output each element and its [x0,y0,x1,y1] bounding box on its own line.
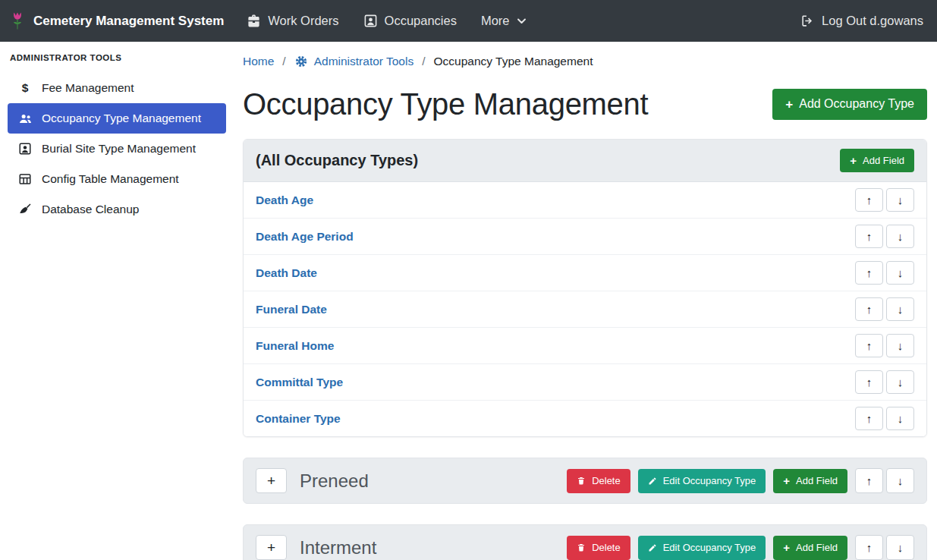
sidebar-item-burial-site-type-management[interactable]: Burial Site Type Management [8,134,226,164]
move-up-button[interactable]: ↑ [855,334,883,357]
move-down-button[interactable]: ↓ [886,225,914,248]
add-occupancy-type-button[interactable]: + Add Occupancy Type [772,89,927,120]
delete-button[interactable]: Delete [567,536,630,560]
arrow-up-icon: ↑ [866,475,873,486]
field-link-death-age-period[interactable]: Death Age Period [256,230,354,244]
nav-more[interactable]: More [481,14,527,28]
sidebar-item-config-table-management[interactable]: Config Table Management [8,164,226,194]
move-up-button[interactable]: ↑ [855,468,883,493]
field-link-funeral-date[interactable]: Funeral Date [256,303,327,316]
field-row: Death Age Period ↑ ↓ [244,218,926,254]
sidebar-item-fee-management[interactable]: $ Fee Management [8,73,226,103]
brand-label: Cemetery Management System [33,14,224,29]
field-row: Death Date ↑ ↓ [244,254,926,291]
trash-icon [577,476,586,486]
plus-icon: + [783,475,790,486]
field-row: Death Age ↑ ↓ [244,182,926,218]
logout-label: Log Out d.gowans [822,14,923,28]
card-title: (All Occupancy Types) [256,152,418,169]
sidebar-item-label: Fee Management [42,81,134,95]
plus-icon: + [850,155,857,166]
arrow-up-icon: ↑ [866,376,873,388]
reorder-buttons: ↑ ↓ [855,225,914,248]
sidebar-item-label: Occupancy Type Management [42,112,201,125]
sidebar-item-database-cleanup[interactable]: Database Cleanup [8,194,226,225]
brand-link[interactable]: Cemetery Management System [9,11,224,31]
breadcrumb-current: Occupancy Type Management [434,55,593,68]
move-down-button[interactable]: ↓ [886,535,914,560]
top-navbar: Cemetery Management System Work Orders O… [0,0,937,42]
move-down-button[interactable]: ↓ [886,188,914,212]
gear-icon [294,55,308,68]
nav-occupancies[interactable]: Occupancies [363,14,457,28]
arrow-up-icon: ↑ [866,542,873,553]
move-down-button[interactable]: ↓ [886,370,914,394]
arrow-up-icon: ↑ [866,304,873,315]
logout-link[interactable]: Log Out d.gowans [800,14,923,28]
pencil-icon [648,543,657,552]
arrow-down-icon: ↓ [898,542,904,553]
arrow-down-icon: ↓ [898,231,904,242]
add-field-button[interactable]: + Add Field [773,536,847,560]
edit-occupancy-type-button[interactable]: Edit Occupancy Type [638,469,766,493]
move-up-button[interactable]: ↑ [855,297,883,321]
sidebar-item-label: Burial Site Type Management [42,142,196,156]
reorder-buttons: ↑ ↓ [855,468,914,493]
field-row: Committal Type ↑ ↓ [244,363,926,400]
plus-icon: + [783,542,790,553]
section-interment: + Interment Delete Edit Occupancy Type + [243,524,927,560]
sidebar-item-label: Database Cleanup [42,203,139,216]
logout-icon [800,14,815,28]
add-field-label: Add Field [796,475,838,486]
expand-button[interactable]: + [256,468,287,493]
field-row: Funeral Date ↑ ↓ [244,291,926,327]
move-down-button[interactable]: ↓ [886,297,914,321]
section-actions: Delete Edit Occupancy Type + Add Field ↑… [567,535,914,560]
arrow-up-icon: ↑ [866,267,873,278]
move-down-button[interactable]: ↓ [886,468,914,493]
nav-work-orders[interactable]: Work Orders [247,14,338,28]
edit-occupancy-type-button[interactable]: Edit Occupancy Type [638,536,766,560]
reorder-buttons: ↑ ↓ [855,261,914,285]
pencil-icon [648,477,657,486]
field-link-container-type[interactable]: Container Type [256,412,341,426]
field-link-funeral-home[interactable]: Funeral Home [256,339,334,353]
delete-label: Delete [592,475,621,486]
move-up-button[interactable]: ↑ [855,261,883,285]
plus-icon: + [785,98,793,111]
arrow-up-icon: ↑ [866,413,873,424]
all-occupancy-types-card: (All Occupancy Types) + Add Field Death … [243,139,927,437]
move-down-button[interactable]: ↓ [886,261,914,285]
move-down-button[interactable]: ↓ [886,334,914,357]
field-link-death-age[interactable]: Death Age [256,193,313,207]
breadcrumb-admin-tools-link[interactable]: Administrator Tools [294,55,414,68]
trash-icon [577,543,586,552]
add-field-button[interactable]: + Add Field [840,149,914,172]
page-title: Occupancy Type Management [243,87,648,121]
field-link-committal-type[interactable]: Committal Type [256,376,343,389]
field-link-death-date[interactable]: Death Date [256,266,317,280]
arrow-down-icon: ↓ [898,376,904,388]
delete-button[interactable]: Delete [567,469,630,493]
move-up-button[interactable]: ↑ [855,535,883,560]
arrow-down-icon: ↓ [898,267,904,278]
person-frame-icon [17,142,33,156]
breadcrumb-home-link[interactable]: Home [243,55,274,68]
add-field-button[interactable]: + Add Field [773,469,847,493]
sidebar: Administrator Tools $ Fee Management Occ… [0,42,234,560]
expand-button[interactable]: + [256,535,287,560]
nav-occupancies-label: Occupancies [385,14,457,28]
move-up-button[interactable]: ↑ [855,225,883,248]
move-up-button[interactable]: ↑ [855,188,883,212]
move-up-button[interactable]: ↑ [855,407,883,430]
sidebar-item-occupancy-type-management[interactable]: Occupancy Type Management [8,103,226,134]
sidebar-heading: Administrator Tools [8,53,226,73]
broom-icon [17,203,33,216]
arrow-down-icon: ↓ [898,194,904,206]
breadcrumb-separator: / [422,55,425,68]
breadcrumb: Home / Administrator Tools / Occupancy T… [243,55,927,68]
move-up-button[interactable]: ↑ [855,370,883,394]
move-down-button[interactable]: ↓ [886,407,914,430]
arrow-down-icon: ↓ [898,475,904,486]
arrow-down-icon: ↓ [898,340,904,351]
